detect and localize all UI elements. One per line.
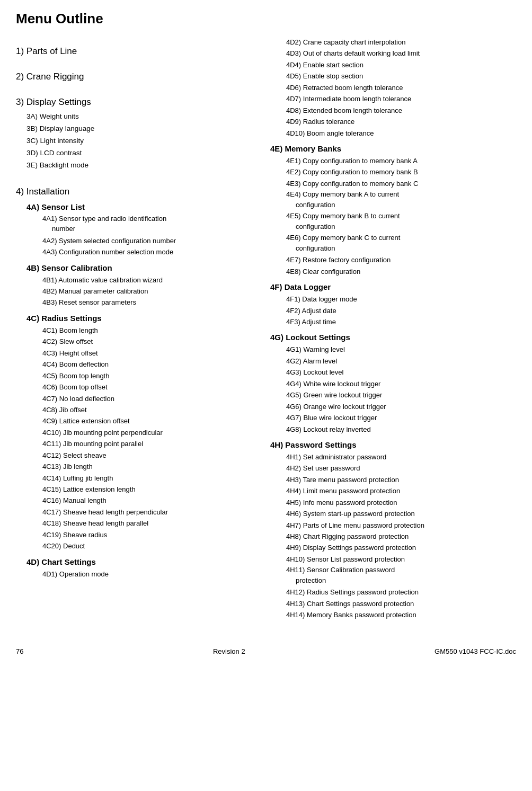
section-3-title: 3) Display Settings [16,97,260,108]
item-4a1: 4A1) Sensor type and radio identificatio… [16,214,260,234]
item-4d4: 4D4) Enable start section [270,59,516,70]
item-4h13: 4H13) Chart Settings password protection [270,598,516,609]
footer-doc-ref: GM550 v1043 FCC-IC.doc [435,647,516,655]
subsection-4a-title: 4A) Sensor List [16,202,260,211]
page-title: Menu Outline [16,11,516,27]
item-4d2: 4D2) Crane capacity chart interpolation [270,37,516,48]
item-4h4: 4H4) Limit menu password protection [270,485,516,496]
item-4e2: 4E2) Copy configuration to memory bank B [270,166,516,177]
item-4f3: 4F3) Adjust time [270,316,516,327]
item-4c5: 4C5) Boom top length [16,370,260,381]
item-4h8: 4H8) Chart Rigging password protection [270,531,516,542]
item-4c1: 4C1) Boom length [16,325,260,336]
item-4c13: 4C13) Jib length [16,461,260,472]
item-4c8: 4C8) Jib offset [16,404,260,415]
subsection-4e-title: 4E) Memory Banks [270,144,516,153]
item-4c16: 4C16) Manual length [16,495,260,506]
item-4d1: 4D1) Operation mode [16,568,260,580]
item-4e3: 4E3) Copy configuration to memory bank C [270,178,516,189]
item-4c19: 4C19) Sheave radius [16,529,260,540]
item-4h1: 4H1) Set administrator password [270,451,516,463]
item-4a2: 4A2) System selected configuration numbe… [16,235,260,246]
item-4c12: 4C12) Select sheave [16,450,260,461]
item-4g2: 4G2) Alarm level [270,355,516,367]
subsection-4c-title: 4C) Radius Settings [16,314,260,323]
section-1-title: 1) Parts of Line [16,46,260,57]
item-3e: 3E) Backlight mode [16,159,260,172]
item-4c15: 4C15) Lattice extension length [16,484,260,495]
section-4-title: 4) Installation [16,186,260,197]
item-4b1: 4B1) Automatic value calibration wizard [16,274,260,286]
item-4e4: 4E4) Copy memory bank A to current confi… [270,189,516,210]
item-4g1: 4G1) Warning level [270,344,516,355]
item-4h9: 4H9) Display Settings password protectio… [270,542,516,553]
left-column: 1) Parts of Line 2) Crane Rigging 3) Dis… [16,37,270,621]
item-4a3: 4A3) Configuration number selection mode [16,246,260,257]
item-3d: 3D) LCD contrast [16,147,260,159]
item-4d8: 4D8) Extended boom length tolerance [270,105,516,116]
subsection-4d-title: 4D) Chart Settings [16,557,260,566]
item-4d6: 4D6) Retracted boom length tolerance [270,82,516,93]
item-4g5: 4G5) Green wire lockout trigger [270,389,516,401]
item-4f1: 4F1) Data logger mode [270,294,516,305]
item-4h10: 4H10) Sensor List password protection [270,554,516,565]
right-column: 4D2) Crane capacity chart interpolation … [270,37,516,621]
item-4c14: 4C14) Luffing jib length [16,473,260,484]
footer-page-num: 76 [16,647,23,655]
item-4g4: 4G4) White wire lockout trigger [270,378,516,389]
item-4h5: 4H5) Info menu password protection [270,497,516,508]
item-4c18: 4C18) Sheave head length parallel [16,518,260,529]
subsection-4f-title: 4F) Data Logger [270,282,516,291]
item-3b: 3B) Display language [16,123,260,135]
item-4d3: 4D3) Out of charts default working load … [270,48,516,59]
item-4d5: 4D5) Enable stop section [270,70,516,82]
section-3-items: 3A) Weight units 3B) Display language 3C… [16,111,260,172]
item-4c17: 4C17) Sheave head length perpendicular [16,506,260,518]
subsection-4b-title: 4B) Sensor Calibration [16,263,260,272]
item-4c9: 4C9) Lattice extension offset [16,415,260,426]
item-4h2: 4H2) Set user password [270,463,516,474]
item-4c6: 4C6) Boom top offset [16,381,260,393]
item-4g3: 4G3) Lockout level [270,367,516,378]
item-4e5: 4E5) Copy memory bank B to current confi… [270,211,516,232]
item-4h6: 4H6) System start-up password protection [270,508,516,519]
item-4c10: 4C10) Jib mounting point perpendicular [16,427,260,438]
item-4c20: 4C20) Deduct [16,540,260,552]
item-4c3: 4C3) Height offset [16,348,260,359]
item-4h7: 4H7) Parts of Line menu password protect… [270,520,516,531]
item-4e7: 4E7) Restore factory configuration [270,254,516,265]
item-4h12: 4H12) Radius Settings password protectio… [270,586,516,598]
item-4f2: 4F2) Adjust date [270,305,516,316]
item-3c: 3C) Light intensity [16,135,260,147]
item-4c11: 4C11) Jib mounting point parallel [16,438,260,449]
item-4e6: 4E6) Copy memory bank C to current confi… [270,233,516,253]
item-4g8: 4G8) Lockout relay inverted [270,424,516,435]
item-4g6: 4G6) Orange wire lockout trigger [270,401,516,412]
subsection-4g-title: 4G) Lockout Settings [270,333,516,342]
page-footer: 76 Revision 2 GM550 v1043 FCC-IC.doc [16,642,516,655]
item-4e1: 4E1) Copy configuration to memory bank A [270,155,516,166]
item-4d9: 4D9) Radius tolerance [270,116,516,127]
item-4c7: 4C7) No load deflection [16,393,260,404]
item-4h3: 4H3) Tare menu password protection [270,474,516,485]
item-3a: 3A) Weight units [16,111,260,123]
section-2-title: 2) Crane Rigging [16,72,260,82]
item-4h14: 4H14) Memory Banks password protection [270,609,516,620]
item-4c2: 4C2) Slew offset [16,336,260,347]
item-4h11: 4H11) Sensor Calibration password protec… [270,565,516,585]
item-4b3: 4B3) Reset sensor parameters [16,297,260,308]
item-4d10: 4D10) Boom angle tolerance [270,128,516,139]
item-4c4: 4C4) Boom deflection [16,359,260,370]
item-4g7: 4G7) Blue wire lockout trigger [270,412,516,423]
footer-revision: Revision 2 [213,647,245,655]
item-4d7: 4D7) Intermediate boom length tolerance [270,93,516,104]
item-4e8: 4E8) Clear configuration [270,266,516,277]
subsection-4h-title: 4H) Password Settings [270,440,516,449]
item-4b2: 4B2) Manual parameter calibration [16,286,260,297]
